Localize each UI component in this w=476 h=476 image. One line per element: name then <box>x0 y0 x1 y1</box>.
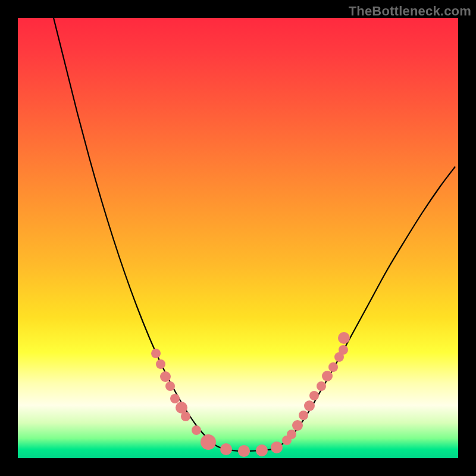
data-marker <box>165 381 175 391</box>
plot-area <box>18 18 458 458</box>
data-marker <box>238 445 250 457</box>
data-marker <box>287 430 296 439</box>
data-marker <box>220 443 232 455</box>
data-marker <box>170 394 180 403</box>
data-marker <box>201 434 216 450</box>
data-marker <box>156 359 165 369</box>
data-marker <box>338 332 350 344</box>
data-marker <box>192 425 201 435</box>
chart-svg <box>18 18 458 458</box>
curve-group <box>54 18 455 451</box>
outer-frame: TheBottleneck.com <box>0 0 476 476</box>
data-marker <box>271 441 283 453</box>
bottleneck-curve <box>54 18 455 451</box>
marker-group <box>151 332 350 457</box>
data-marker <box>181 412 190 421</box>
data-marker <box>322 371 333 381</box>
watermark-text: TheBottleneck.com <box>349 4 471 19</box>
data-marker <box>160 371 171 382</box>
data-marker <box>309 391 319 400</box>
data-marker <box>328 362 338 372</box>
data-marker <box>256 444 268 456</box>
data-marker <box>299 411 308 420</box>
data-marker <box>339 345 348 355</box>
data-marker <box>317 381 326 391</box>
data-marker <box>151 349 161 358</box>
data-marker <box>292 420 303 431</box>
data-marker <box>304 400 315 411</box>
